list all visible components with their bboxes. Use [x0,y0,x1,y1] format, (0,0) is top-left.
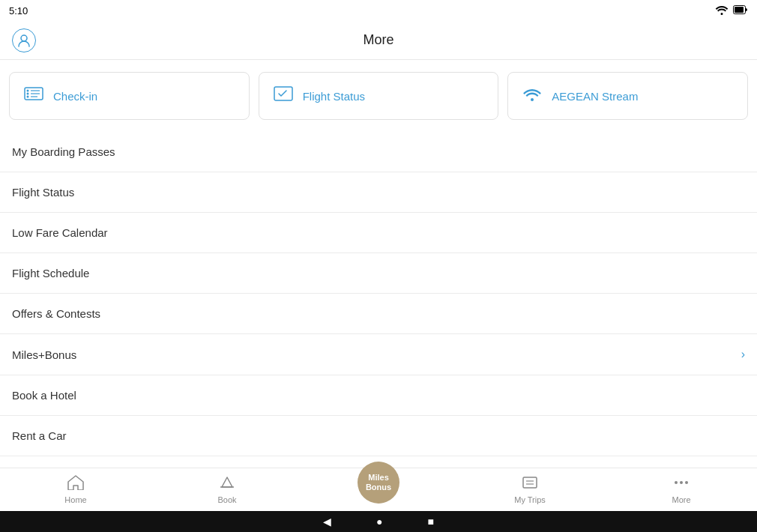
home-icon [67,475,84,493]
home-label: Home [64,495,86,504]
android-nav-bar: ◀ ● ■ [0,511,757,532]
my-trips-label: My Trips [514,495,546,504]
flight-status-menu-label: Flight Status [12,186,74,199]
quick-actions: Check-in Flight Status AEGEAN Stream [0,60,757,132]
book-label: Book [217,495,236,504]
svg-rect-11 [523,477,537,488]
svg-point-2 [21,35,27,41]
more-label: More [672,495,690,504]
miles-bonus-circle[interactable]: MilesBonus [358,462,399,504]
low-fare-label: Low Fare Calendar [12,226,108,239]
menu-item-flight-schedule[interactable]: Flight Schedule [0,253,757,294]
nav-book[interactable]: Book [151,468,303,511]
svg-point-14 [675,481,678,484]
aegean-stream-icon [522,85,543,107]
svg-point-15 [680,481,683,484]
menu-list: My Boarding Passes Flight Status Low Far… [0,132,757,511]
flight-status-label: Flight Status [303,90,365,103]
avatar[interactable] [12,28,36,52]
checkin-icon [23,85,44,107]
miles-bonus-circle-label: MilesBonus [366,473,391,491]
aegean-stream-label: AEGEAN Stream [552,90,638,103]
book-hotel-label: Book a Hotel [12,389,76,402]
recent-button[interactable]: ■ [428,516,434,528]
menu-item-offers-contests[interactable]: Offers & Contests [0,294,757,334]
home-button[interactable]: ● [376,516,382,528]
back-button[interactable]: ◀ [323,516,331,528]
nav-more[interactable]: More [606,468,757,511]
header: More [0,21,757,60]
battery-icon [733,5,748,16]
miles-bonus-chevron-icon: › [741,348,745,361]
status-time: 5:10 [9,5,28,16]
book-icon [219,475,235,493]
svg-point-6 [27,96,29,98]
more-icon [673,475,690,493]
menu-item-book-hotel[interactable]: Book a Hotel [0,375,757,416]
check-in-card[interactable]: Check-in [9,72,250,120]
status-bar: 5:10 [0,0,757,21]
svg-rect-1 [735,7,744,13]
status-icons [715,4,748,17]
menu-item-flight-status[interactable]: Flight Status [0,172,757,213]
menu-item-miles-bonus[interactable]: Miles+Bonus › [0,334,757,375]
check-in-label: Check-in [53,90,97,103]
svg-point-4 [27,90,29,92]
bottom-nav: Home Book MilesBonus My Trips [0,468,757,511]
menu-item-low-fare[interactable]: Low Fare Calendar [0,213,757,253]
nav-home[interactable]: Home [0,468,151,511]
offers-contests-label: Offers & Contests [12,307,100,320]
page-title: More [363,32,393,48]
flight-schedule-label: Flight Schedule [12,267,89,279]
aegean-stream-card[interactable]: AEGEAN Stream [507,72,748,120]
my-trips-icon [522,475,538,493]
menu-item-rent-car[interactable]: Rent a Car [0,416,757,456]
miles-bonus-label: Miles+Bonus [12,348,76,361]
boarding-passes-label: My Boarding Passes [12,145,115,158]
flight-status-card[interactable]: Flight Status [259,72,499,120]
nav-my-trips[interactable]: My Trips [454,468,606,511]
wifi-icon [715,4,729,17]
main-content: Check-in Flight Status AEGEAN Stream [0,60,757,511]
menu-item-boarding-passes[interactable]: My Boarding Passes [0,132,757,172]
nav-miles-bonus-center[interactable]: MilesBonus [303,477,454,504]
rent-car-label: Rent a Car [12,429,67,442]
svg-point-5 [27,93,29,95]
flight-status-icon [273,85,294,107]
svg-point-16 [685,481,688,484]
